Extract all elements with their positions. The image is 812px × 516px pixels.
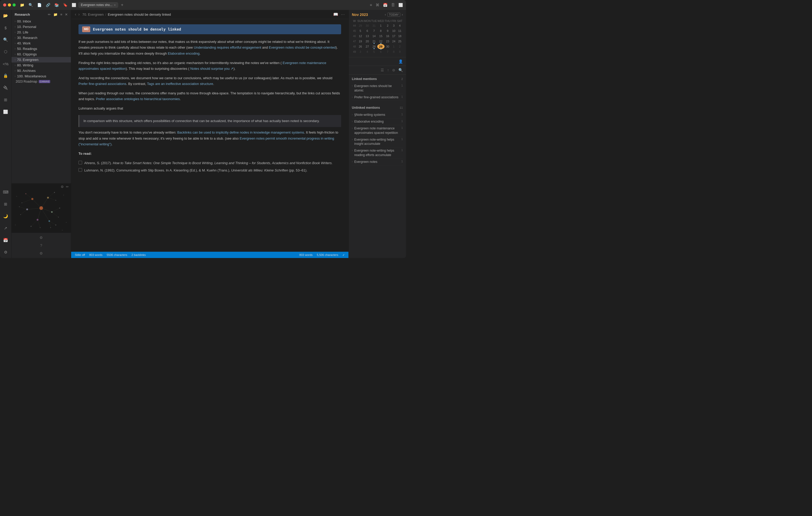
- breadcrumb-parent[interactable]: 70. Evergreen: [82, 12, 104, 17]
- sidebar-toggle-icon[interactable]: ⬜: [399, 3, 403, 7]
- folder-icon[interactable]: 📁: [20, 3, 24, 7]
- svg-point-39: [63, 195, 64, 195]
- more-options-icon[interactable]: ⋯: [341, 12, 345, 17]
- bookmark-icon[interactable]: 🔖: [63, 3, 67, 7]
- settings-icon[interactable]: ⚙: [2, 249, 9, 256]
- maximize-button[interactable]: [12, 3, 16, 6]
- grid-icon[interactable]: ⊞: [2, 96, 9, 103]
- reading-view-icon[interactable]: 📖: [333, 12, 338, 17]
- table-icon[interactable]: ⊞: [2, 201, 9, 208]
- files-icon[interactable]: 📂: [2, 12, 9, 19]
- sort-up-icon[interactable]: ↑: [387, 68, 389, 72]
- forward-button[interactable]: ›: [78, 12, 80, 17]
- link-backlinks[interactable]: Backlinks can be used to implicitly defi…: [177, 130, 304, 134]
- new-note-icon[interactable]: 📄: [37, 3, 41, 7]
- link-incremental[interactable]: Evergreen notes permit smooth incrementa…: [79, 136, 334, 146]
- unlinked-mention-4[interactable]: › Evergreen note-writing helps insight a…: [352, 136, 403, 148]
- calendar-icon[interactable]: 📅: [383, 3, 387, 7]
- linked-mention-1[interactable]: › Evergreen notes should be atomic 1: [352, 83, 403, 94]
- today-button[interactable]: TODAY: [387, 12, 400, 17]
- graph-svg: [11, 183, 71, 233]
- search-panel-icon[interactable]: 🔍: [399, 68, 403, 72]
- sort-icon[interactable]: ≡: [60, 12, 62, 17]
- person-icon[interactable]: 👤: [399, 59, 403, 63]
- unlinked-mention-5[interactable]: › Evergreen note-writing helps reading e…: [352, 147, 403, 159]
- minimize-button[interactable]: [8, 3, 11, 6]
- tag-icon[interactable]: <%: [2, 60, 9, 67]
- books-icon[interactable]: 📚: [54, 3, 59, 7]
- settings-bottom-icon[interactable]: ⚙: [39, 251, 43, 255]
- graph-preview[interactable]: ⚙ ✏: [11, 183, 71, 233]
- sidebar-item-research[interactable]: › 30. Research: [11, 35, 71, 40]
- unlinked-mention-1[interactable]: › §Note-writing systems 1: [352, 112, 403, 118]
- svg-point-20: [22, 203, 22, 203]
- sidebar-item-life[interactable]: › 20. Life: [11, 30, 71, 35]
- sidebar-item-readings[interactable]: › 50. Readings: [11, 46, 71, 52]
- sidebar-item-work[interactable]: › 40. Work: [11, 40, 71, 46]
- search-rail-icon[interactable]: 🔍: [2, 36, 9, 43]
- connect-icon[interactable]: ⚙: [39, 236, 43, 240]
- new-folder-icon[interactable]: 📁: [53, 12, 58, 17]
- search-icon[interactable]: 🔍: [29, 3, 33, 7]
- calendar-rail-icon[interactable]: 📅: [2, 237, 9, 244]
- traffic-lights: [3, 3, 16, 6]
- graph-icon[interactable]: ⬡: [2, 48, 9, 55]
- logout-icon[interactable]: ↗: [2, 224, 9, 232]
- link-elaborative[interactable]: Elaborative encoding: [168, 52, 199, 55]
- sidebar-item-writing[interactable]: › 80. Writing: [11, 62, 71, 68]
- unlinked-mention-3[interactable]: › Evergreen note maintenance approximate…: [352, 125, 403, 136]
- back-button[interactable]: ‹: [75, 12, 76, 17]
- copy-icon[interactable]: ⬜: [2, 108, 9, 116]
- link-fine-grained[interactable]: Prefer fine-grained associations: [79, 82, 126, 86]
- close-tab-icon[interactable]: ×: [114, 3, 116, 6]
- sort-list-icon[interactable]: ⊜: [392, 68, 395, 72]
- graph-edit-icon[interactable]: ✏: [66, 185, 69, 189]
- cal-next-icon[interactable]: ›: [402, 13, 403, 17]
- edit-icon[interactable]: ✏: [48, 12, 51, 17]
- close-button[interactable]: [3, 3, 6, 6]
- editor-body[interactable]: MD Evergreen notes should be densely lin…: [71, 19, 348, 252]
- terminal-icon[interactable]: ⌨: [2, 188, 9, 196]
- stille-mode[interactable]: Stille off: [75, 253, 85, 256]
- sidebar-item-archives[interactable]: › 90. Archives: [11, 68, 71, 73]
- status-char-count2: 5,506 characters: [317, 253, 338, 256]
- link-tags[interactable]: Tags are an ineffective association stru…: [147, 82, 213, 86]
- sidebar-item-clippings[interactable]: › 60. Clippings: [11, 52, 71, 57]
- graph-settings-icon[interactable]: ⚙: [61, 185, 64, 189]
- link-associative[interactable]: Prefer associative ontologies to hierarc…: [96, 97, 180, 101]
- checkbox-2[interactable]: [79, 168, 82, 172]
- sidebar-item-evergreen[interactable]: › 70. Evergreen: [11, 57, 71, 62]
- cal-prev-icon[interactable]: ‹: [385, 13, 386, 17]
- list-icon[interactable]: ☰: [381, 68, 384, 72]
- menu-icon[interactable]: ≡: [370, 3, 372, 7]
- dollar-icon[interactable]: $: [2, 24, 9, 31]
- collapse-icon[interactable]: ✕: [65, 12, 68, 17]
- svg-point-32: [47, 197, 49, 199]
- plugin-icon[interactable]: 🔌: [2, 84, 9, 91]
- titlebar-left-icons: 📁 🔍 📄 🔗 📚 🔖 ⬜: [20, 3, 76, 7]
- new-tab-button[interactable]: +: [119, 2, 125, 8]
- link-surprise[interactable]: Notes should surprise you ↗: [191, 67, 234, 70]
- unlinked-mentions-title: Unlinked mentions: [352, 106, 380, 110]
- checkbox-1[interactable]: [79, 161, 82, 164]
- linked-mention-2[interactable]: › Prefer fine-grained associations 1: [352, 94, 403, 101]
- sidebar-item-miscellaneous[interactable]: › 100. Miscellaneous: [11, 73, 71, 79]
- link-understanding[interactable]: Understanding requires effortful engagem…: [194, 45, 261, 50]
- link-concept-oriented[interactable]: Evergreen notes should be concept-orient…: [269, 45, 336, 50]
- link-icon[interactable]: 🔗: [46, 3, 50, 7]
- paragraph-5: You don't necessarily have to link to no…: [79, 130, 341, 147]
- cal-fri-header: FRI: [391, 19, 397, 23]
- lock-icon[interactable]: 🔒: [2, 72, 9, 80]
- sidebar-item-inbox[interactable]: › 00. Inbox: [11, 19, 71, 24]
- archive-icon[interactable]: 🗄: [391, 3, 395, 7]
- paragraph-luhmann: Luhmann actually argues that: [79, 105, 341, 111]
- active-tab[interactable]: Evergreen notes sho... ×: [78, 2, 118, 8]
- moon-icon[interactable]: 🌙: [2, 213, 9, 220]
- sidebar-item-roadmap[interactable]: 2023 Roadmap CANVAS: [11, 79, 71, 84]
- unlinked-mention-2[interactable]: › Elaborative encoding 1: [352, 118, 403, 125]
- unlinked-mention-6[interactable]: › Evergreen notes 1: [352, 159, 403, 165]
- command-icon[interactable]: ⌘: [376, 3, 379, 7]
- sidebar-item-personal[interactable]: › 10. Personal: [11, 24, 71, 30]
- layout-icon[interactable]: ⬜: [72, 3, 76, 7]
- help-icon[interactable]: ?: [40, 243, 42, 247]
